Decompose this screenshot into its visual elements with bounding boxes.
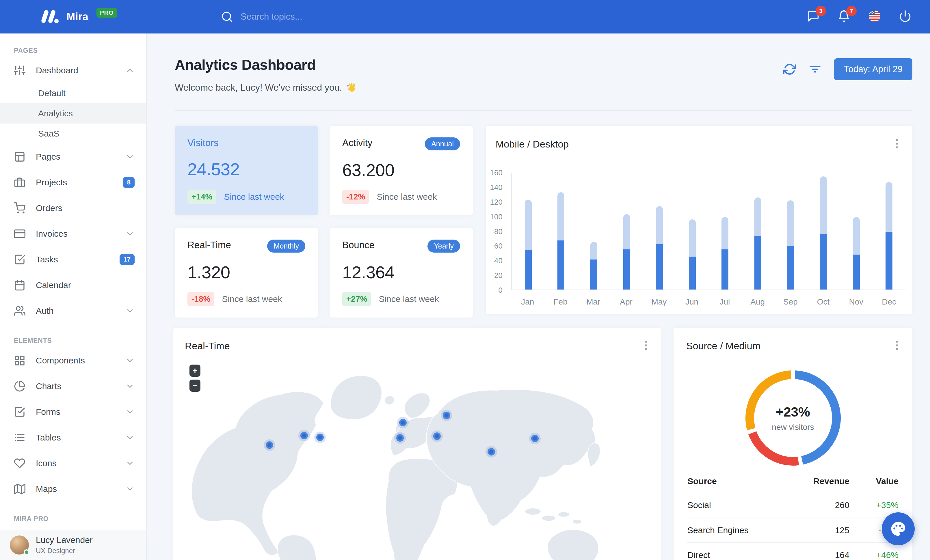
page-title: Analytics Dashboard: [175, 57, 316, 73]
sidebar-item-default[interactable]: Default: [0, 83, 146, 103]
card-menu-button[interactable]: [891, 339, 902, 352]
search-bar: [221, 11, 402, 23]
realtime-map-card: Real-Time + −: [173, 328, 661, 560]
table-row: Social 260 +35%: [687, 493, 899, 517]
users-icon: [14, 305, 25, 317]
avatar: [10, 535, 29, 554]
chevron-down-icon: [125, 306, 135, 316]
bounce-stat-card: BounceYearly 12.364 +27%Since last week: [330, 228, 473, 318]
period-pill: Monthly: [267, 239, 305, 253]
notifications-button[interactable]: 7: [838, 10, 851, 24]
calendar-icon: [14, 279, 25, 291]
palette-icon: [890, 520, 907, 537]
sidebar-item-tasks[interactable]: Tasks 17: [0, 247, 146, 272]
chevron-down-icon: [125, 152, 135, 161]
pro-badge: PRO: [97, 8, 117, 18]
delta-badge: +27%: [342, 292, 371, 306]
user-role: UX Designer: [36, 547, 93, 555]
table-header-row: Source Revenue Value: [687, 469, 899, 493]
stat-value: 12.364: [342, 262, 460, 282]
chevron-down-icon: [125, 459, 135, 468]
sidebar-item-components[interactable]: Components: [0, 348, 146, 373]
sidebar-item-projects[interactable]: Projects 8: [0, 169, 146, 195]
user-name: Lucy Lavender: [36, 535, 93, 545]
sliders-icon: [14, 64, 25, 76]
chevron-down-icon: [125, 407, 135, 417]
refresh-button[interactable]: [783, 63, 796, 76]
map-icon: [14, 483, 25, 495]
map-title: Real-Time: [185, 340, 230, 351]
credit-card-icon: [14, 228, 25, 239]
mobile-desktop-chart-card: Mobile / Desktop 160140120100806040200 J…: [486, 126, 912, 314]
check-square-icon: [14, 406, 25, 418]
sidebar-item-icons[interactable]: Icons: [0, 450, 146, 476]
chevron-down-icon: [125, 484, 135, 494]
stat-caption: Since last week: [222, 294, 282, 304]
language-button[interactable]: [868, 10, 882, 24]
sidebar-item-tables[interactable]: Tables: [0, 425, 146, 450]
stat-title: Real-Time: [188, 239, 231, 250]
user-profile[interactable]: Lucy Lavender UX Designer: [0, 530, 146, 560]
mira-logo-icon: [40, 9, 59, 24]
projects-count-badge: 8: [123, 177, 135, 188]
sidebar-item-calendar[interactable]: Calendar: [0, 272, 146, 298]
sidebar-item-forms[interactable]: Forms: [0, 399, 146, 425]
logout-button[interactable]: [899, 10, 913, 24]
search-input[interactable]: [240, 12, 402, 22]
stat-value: 63.200: [342, 160, 460, 180]
date-range-button[interactable]: Today: April 29: [834, 58, 912, 80]
welcome-message: Welcome back, Lucy! We've missed you.: [175, 82, 357, 93]
stat-value: 24.532: [188, 160, 305, 179]
period-pill: Yearly: [428, 239, 460, 253]
filter-button[interactable]: [809, 63, 821, 76]
grid-icon: [14, 355, 25, 366]
sidebar-item-dashboard[interactable]: Dashboard: [0, 57, 146, 83]
messages-button[interactable]: 3: [807, 10, 821, 24]
chevron-down-icon: [125, 433, 135, 442]
briefcase-icon: [14, 176, 25, 188]
sidebar-item-orders[interactable]: Orders: [0, 195, 146, 221]
stat-title: Visitors: [188, 137, 219, 148]
sidebar-item-saas[interactable]: SaaS: [0, 124, 146, 144]
card-menu-button[interactable]: [640, 339, 651, 352]
tasks-count-badge: 17: [120, 254, 135, 265]
check-square-icon: [14, 254, 25, 265]
visitors-stat-card: Visitors 24.532 +14%Since last week: [175, 126, 318, 215]
section-label-mira-pro: MIRA PRO: [14, 515, 146, 523]
waving-hand-icon: [346, 82, 357, 93]
notifications-count-badge: 7: [846, 6, 857, 16]
card-menu-button[interactable]: [891, 137, 902, 150]
top-navbar: Mira PRO 3 7: [0, 0, 930, 34]
brand-name: Mira: [66, 11, 88, 23]
heart-icon: [14, 457, 25, 469]
search-icon: [221, 11, 233, 23]
theme-settings-fab[interactable]: [882, 512, 915, 545]
chart-title: Mobile / Desktop: [496, 138, 569, 150]
realtime-stat-card: Real-TimeMonthly 1.320 -18%Since last we…: [175, 228, 318, 318]
sidebar-item-charts[interactable]: Charts: [0, 373, 146, 399]
shopping-cart-icon: [14, 203, 25, 214]
stat-caption: Since last week: [379, 294, 439, 304]
donut-center-value: +23%: [776, 404, 810, 420]
map-zoom-in-button[interactable]: +: [189, 365, 200, 377]
section-label-pages: PAGES: [14, 47, 146, 55]
bar-chart-x-axis: JanFebMarAprMayJunJulAugSepOctNovDec: [511, 297, 905, 309]
sidebar-item-analytics[interactable]: Analytics: [0, 103, 146, 124]
bar-chart-y-axis: 160140120100806040200: [486, 173, 507, 290]
brand[interactable]: Mira PRO: [40, 9, 117, 24]
donut-title: Source / Medium: [686, 340, 761, 351]
world-map: [173, 360, 661, 560]
online-status-dot: [24, 549, 29, 555]
chevron-down-icon: [125, 229, 135, 238]
us-flag-icon: [868, 10, 881, 23]
sidebar-item-invoices[interactable]: Invoices: [0, 221, 146, 247]
map-zoom-out-button[interactable]: −: [189, 380, 200, 392]
source-medium-card: Source / Medium +23% new visitors Source…: [673, 328, 912, 560]
sidebar-item-pages[interactable]: Pages: [0, 144, 146, 169]
header-divider: [175, 110, 912, 111]
bar-plot: [511, 173, 905, 290]
main-content: Analytics Dashboard Welcome back, Lucy! …: [147, 34, 930, 560]
sidebar-item-auth[interactable]: Auth: [0, 298, 146, 324]
sidebar-item-maps[interactable]: Maps: [0, 476, 146, 502]
list-icon: [14, 432, 25, 443]
